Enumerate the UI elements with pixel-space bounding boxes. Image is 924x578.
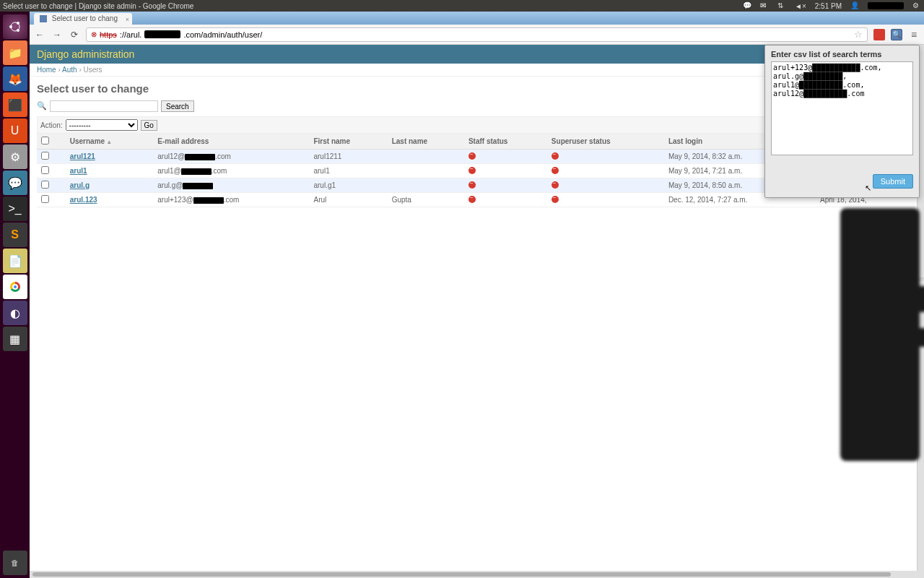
staff-status-cell — [464, 193, 547, 207]
status-no-icon — [552, 196, 559, 203]
col-first[interactable]: First name — [309, 134, 387, 150]
system-tray: 💬 ✉ ⇅ ◄× 2:51 PM 👤 ⚙ — [743, 1, 921, 10]
insecure-icon: ⊗ — [91, 30, 97, 38]
user-menu-icon[interactable]: 👤 — [850, 1, 859, 10]
breadcrumb-home[interactable]: Home — [37, 66, 56, 74]
power-cog-icon[interactable]: ⚙ — [912, 1, 921, 10]
sublime-icon[interactable]: S — [3, 223, 27, 247]
tab-close-icon[interactable]: × — [126, 15, 129, 24]
last-name-cell: Gupta — [388, 193, 464, 207]
trash-icon[interactable]: 🗑 — [3, 551, 27, 575]
status-no-icon — [468, 167, 476, 174]
url-host-redacted — [144, 30, 180, 38]
col-last[interactable]: Last name — [388, 134, 464, 150]
browser-tab[interactable]: Select user to chang × — [34, 13, 132, 25]
row-checkbox[interactable] — [41, 181, 49, 189]
col-username[interactable]: Username▲ — [66, 134, 154, 150]
url-host-pre: ://arul. — [120, 30, 142, 39]
col-email[interactable]: E-mail address — [153, 134, 309, 150]
horizontal-scrollbar[interactable] — [30, 571, 924, 578]
email-cell: arul12@.com — [153, 150, 309, 164]
status-no-icon — [468, 181, 476, 189]
bookmark-star-icon[interactable]: ☆ — [854, 29, 863, 40]
row-checkbox[interactable] — [41, 195, 49, 203]
breadcrumb-users: Users — [84, 66, 103, 74]
mail-indicator-icon[interactable]: ✉ — [760, 1, 769, 10]
row-checkbox[interactable] — [41, 166, 49, 174]
csv-textarea[interactable] — [771, 61, 913, 155]
config-icon[interactable]: ▦ — [3, 327, 27, 351]
redacted-panel — [840, 208, 920, 461]
last-name-cell — [388, 150, 464, 164]
row-checkbox[interactable] — [41, 152, 49, 160]
scroll-thumb[interactable] — [32, 572, 891, 577]
username-link[interactable]: arul.123 — [70, 196, 97, 204]
last-name-cell — [388, 164, 464, 178]
dash-home-icon[interactable] — [3, 14, 27, 39]
user-name-redacted — [868, 2, 904, 9]
terminal-icon[interactable]: >_ — [3, 197, 27, 221]
staff-status-cell — [464, 164, 547, 178]
email-cell: arul1@.com — [153, 164, 309, 178]
chat-app-icon[interactable]: 💬 — [3, 171, 27, 195]
superuser-status-cell — [547, 150, 664, 164]
address-bar[interactable]: ⊗ https ://arul. .com/admin/auth/user/ ☆ — [86, 27, 868, 42]
chat-indicator-icon[interactable]: 💬 — [743, 1, 751, 10]
sort-asc-icon: ▲ — [106, 139, 112, 145]
tab-title: Select user to chang — [52, 14, 118, 22]
superuser-status-cell — [547, 193, 664, 207]
url-scheme: https — [100, 30, 117, 39]
first-name-cell: arul1211 — [309, 150, 387, 164]
first-name-cell: Arul — [309, 193, 387, 207]
status-no-icon — [552, 152, 559, 160]
extension-red-icon[interactable] — [873, 29, 885, 40]
email-cell: arul+123@.com — [153, 193, 309, 207]
action-select[interactable]: --------- — [66, 119, 138, 131]
staff-status-cell — [464, 150, 547, 164]
url-path: .com/admin/auth/user/ — [183, 30, 262, 39]
ubuntu-top-panel: Select user to change | Django site admi… — [0, 0, 924, 12]
reload-button[interactable]: ⟳ — [69, 29, 80, 40]
status-no-icon — [552, 167, 559, 174]
col-staff[interactable]: Staff status — [464, 134, 547, 150]
email-cell: arul.g@ — [153, 178, 309, 193]
clock[interactable]: 2:51 PM — [815, 2, 842, 10]
volume-icon[interactable]: ◄× — [795, 2, 806, 10]
col-super[interactable]: Superuser status — [547, 134, 664, 150]
unity-launcher: 📁 🦊 ⬛ U ⚙ 💬 >_ S 📄 ◐ ▦ 🗑 — [0, 12, 30, 578]
superuser-status-cell — [547, 164, 664, 178]
popup-title: Enter csv list of search terms — [771, 50, 913, 59]
forward-button[interactable]: → — [51, 29, 63, 40]
svg-point-2 — [17, 22, 19, 25]
chrome-tab-strip: Select user to chang × + — [30, 12, 924, 25]
first-name-cell: arul.g1 — [309, 178, 387, 193]
search-icon: 🔍 — [37, 101, 47, 111]
chrome-launcher-icon[interactable] — [3, 275, 27, 299]
username-link[interactable]: arul1 — [70, 167, 87, 175]
svg-point-3 — [17, 29, 19, 32]
favicon-icon — [40, 15, 47, 22]
select-all-checkbox[interactable] — [41, 137, 49, 144]
search-input[interactable] — [50, 100, 158, 112]
submit-button[interactable]: Submit — [873, 174, 913, 189]
ubuntu-software-icon[interactable]: U — [3, 118, 27, 143]
network-icon[interactable]: ⇅ — [777, 1, 786, 10]
go-button[interactable]: Go — [141, 120, 157, 131]
extension-search-icon[interactable]: 🔍 — [891, 29, 902, 40]
firefox-icon[interactable]: 🦊 — [3, 66, 27, 91]
notes-icon[interactable]: 📄 — [3, 249, 27, 273]
chrome-menu-icon[interactable]: ≡ — [908, 29, 920, 40]
breadcrumb-auth[interactable]: Auth — [62, 66, 77, 74]
status-no-icon — [552, 181, 559, 189]
status-no-icon — [468, 196, 476, 203]
username-link[interactable]: arul121 — [70, 152, 95, 160]
files-icon[interactable]: 📁 — [3, 40, 27, 65]
username-link[interactable]: arul.g — [70, 181, 90, 189]
app-orange-icon[interactable]: ⬛ — [3, 92, 27, 117]
eclipse-icon[interactable]: ◐ — [3, 301, 27, 325]
svg-point-1 — [9, 25, 12, 28]
settings-gear-icon[interactable]: ⚙ — [3, 144, 27, 169]
search-button[interactable]: Search — [161, 100, 194, 112]
mouse-cursor-icon: ↖ — [865, 184, 871, 193]
back-button[interactable]: ← — [34, 29, 45, 40]
